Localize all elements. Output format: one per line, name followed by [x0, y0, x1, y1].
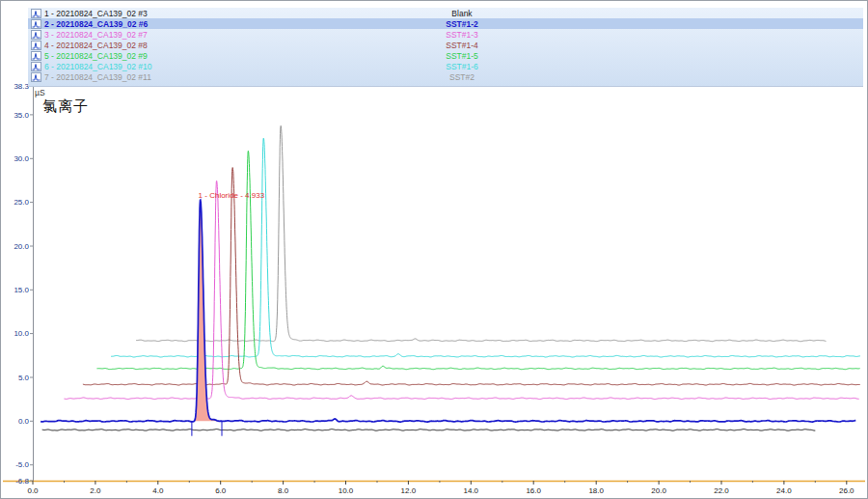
y-tick-label: -6.8	[15, 477, 29, 485]
sample-name: SST#2	[414, 72, 510, 82]
peak-label: 1 - Chloride - 4.933	[199, 191, 265, 200]
chromatogram-icon	[31, 72, 41, 82]
chromatogram-icon	[31, 9, 41, 18]
x-tick-label: 12.0	[401, 486, 417, 495]
chromatogram-icon	[31, 62, 41, 71]
x-tick-label: 8.0	[278, 486, 289, 495]
legend-row-4[interactable]: 4 - 20210824_CA139_02 #8SST#1-4	[28, 40, 863, 50]
chart-title: 氯离子	[42, 97, 89, 116]
sample-name: SST#1-6	[414, 62, 510, 71]
x-tick-label: 24.0	[776, 486, 792, 495]
x-tick-label: 2.0	[90, 486, 101, 495]
legend-row-1[interactable]: 1 - 20210824_CA139_02 #3Blank	[28, 8, 863, 18]
y-tick-label: 35.0	[14, 111, 29, 120]
injection-label: 6 - 20210824_CA139_02 #10	[44, 62, 152, 71]
y-tick-label: 30.0	[14, 154, 29, 163]
x-tick-label: 26.0	[839, 486, 854, 495]
injection-label: 5 - 20210824_CA139_02 #9	[44, 51, 148, 61]
trace-sst-1-2[interactable]	[41, 200, 855, 422]
chromatogram-icon	[31, 30, 41, 40]
trace-sst-1-3[interactable]	[65, 180, 859, 399]
y-tick-label: 20.0	[14, 242, 29, 251]
x-tick-label: 4.0	[152, 486, 164, 495]
injection-label: 4 - 20210824_CA139_02 #8	[44, 41, 148, 50]
y-tick-label: 15.0	[14, 286, 29, 294]
x-tick-label: 20.0	[651, 486, 666, 495]
y-tick-label: 5.0	[18, 374, 30, 382]
x-tick-label: 18.0	[588, 486, 604, 495]
sample-name: SST#1-3	[414, 30, 510, 40]
legend-row-5[interactable]: 5 - 20210824_CA139_02 #9SST#1-5	[28, 50, 863, 61]
y-tick-label: 10.0	[14, 329, 29, 338]
injection-label: 1 - 20210824_CA139_02 #3	[44, 9, 148, 18]
trace-sst-2[interactable]	[136, 125, 826, 341]
y-tick-label: 0.0	[18, 417, 30, 426]
x-tick-label: 6.0	[215, 486, 227, 495]
x-tick-label: 22.0	[714, 486, 729, 495]
legend-row-2[interactable]: 2 - 20210824_CA139_02 #6SST#1-2	[28, 18, 863, 29]
sample-name: SST#1-4	[414, 41, 510, 50]
legend-row-7[interactable]: 7 - 20210824_CA139_02 #11SST#2	[28, 71, 863, 82]
injection-label: 2 - 20210824_CA139_02 #6	[44, 19, 148, 29]
legend-row-6[interactable]: 6 - 20210824_CA139_02 #10SST#1-6	[28, 61, 863, 71]
chromatogram-icon	[31, 19, 41, 29]
injection-legend: 1 - 20210824_CA139_02 #3Blank2 - 2021082…	[28, 8, 863, 87]
trace-sst-1-6[interactable]	[111, 138, 860, 357]
chromatogram-icon	[31, 51, 41, 61]
sample-name: SST#1-2	[414, 19, 510, 29]
sample-name: Blank	[414, 9, 510, 18]
y-tick-label: -5.0	[15, 460, 29, 469]
x-tick-label: 14.0	[464, 486, 479, 495]
y-tick-label: 25.0	[14, 198, 29, 207]
injection-label: 7 - 20210824_CA139_02 #11	[44, 72, 151, 82]
injection-label: 3 - 20210824_CA139_02 #7	[44, 30, 148, 40]
x-tick-label: 0.0	[27, 486, 39, 495]
x-tick-label: 10.0	[339, 486, 354, 495]
x-tick-label: 16.0	[526, 486, 541, 495]
trace-blank[interactable]	[42, 430, 816, 431]
trace-sst-1-5[interactable]	[97, 151, 860, 369]
sample-name: SST#1-5	[414, 51, 510, 61]
y-axis-unit-label: µS	[35, 88, 45, 97]
chromatogram-icon	[31, 41, 41, 50]
chromatogram-window: 38.335.030.025.020.015.010.05.00.0-5.0-6…	[0, 0, 868, 499]
legend-row-3[interactable]: 3 - 20210824_CA139_02 #7SST#1-3	[28, 29, 863, 40]
